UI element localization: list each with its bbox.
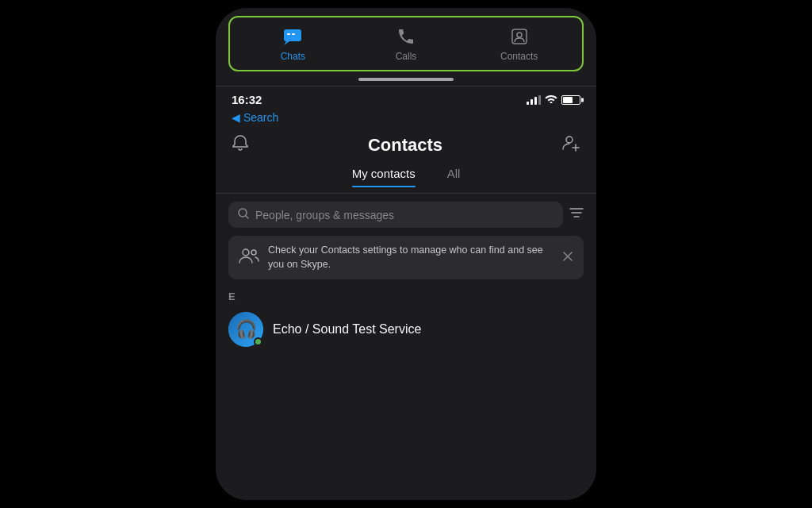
svg-point-14 [243,249,249,256]
battery-icon [561,95,580,105]
banner-people-icon [238,247,260,268]
top-nav-wrapper: Chats Calls Contacts [216,8,596,84]
filter-button[interactable] [569,206,584,223]
page-title: Contacts [368,135,442,156]
tab-contacts[interactable]: Contacts [462,25,576,62]
section-letter: E [216,287,596,306]
bell-icon[interactable] [232,134,249,156]
phone-screen: 16:32 ◀ Search [216,86,596,500]
banner-close-button[interactable] [561,250,574,266]
svg-point-5 [517,33,522,37]
chats-label: Chats [281,51,305,62]
headset-icon: 🎧 [236,319,257,340]
phone-container: Chats Calls Contacts [216,8,596,500]
search-bar-row: People, groups & messages [216,194,596,236]
contacts-icon [508,25,530,48]
svg-point-6 [566,137,573,143]
contact-name: Echo / Sound Test Service [273,322,421,337]
tab-my-contacts[interactable]: My contacts [352,167,416,187]
search-placeholder: People, groups & messages [255,209,394,221]
tab-all[interactable]: All [447,167,461,187]
calls-icon [395,25,417,48]
contacts-tabs: My contacts All [216,167,596,194]
contact-item[interactable]: 🎧 Echo / Sound Test Service [216,306,596,353]
home-indicator-wrapper [228,71,584,84]
status-time: 16:32 [232,93,262,106]
svg-rect-0 [284,29,301,41]
search-input-wrapper[interactable]: People, groups & messages [228,202,563,228]
svg-line-10 [246,216,248,218]
tab-chats[interactable]: Chats [236,25,350,62]
wifi-icon [545,94,557,106]
online-status-dot [254,337,262,346]
top-nav-bar: Chats Calls Contacts [228,16,584,71]
avatar-wrapper: 🎧 [228,312,263,347]
calls-label: Calls [396,51,417,62]
chats-icon [282,25,304,48]
back-bar: ◀ Search [216,110,596,129]
status-bar: 16:32 [216,87,596,110]
home-indicator [358,78,454,81]
tab-calls[interactable]: Calls [350,25,463,62]
svg-marker-1 [284,41,289,45]
banner-text: Check your Contacts settings to manage w… [268,244,553,271]
page-header: Contacts [216,129,596,167]
info-banner: Check your Contacts settings to manage w… [228,236,584,279]
svg-rect-2 [287,33,290,35]
status-icons [527,94,580,106]
svg-rect-3 [292,33,295,35]
signal-bars-icon [527,95,541,105]
contacts-label: Contacts [500,51,538,62]
svg-point-15 [251,250,256,255]
back-search-button[interactable]: ◀ Search [232,111,580,124]
add-contact-button[interactable] [561,133,580,157]
search-icon [238,208,249,221]
